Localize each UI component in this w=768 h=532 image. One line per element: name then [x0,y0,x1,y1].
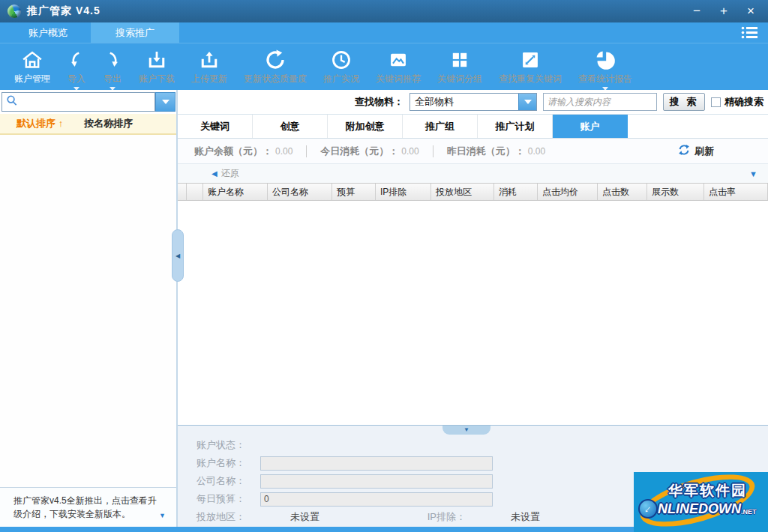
photo-icon [388,48,409,72]
announcement-expand-icon[interactable]: ▼ [159,512,166,519]
window-controls: − + × [687,2,760,20]
keyword-search-input[interactable] [543,93,657,111]
sidebar-search-row [0,90,176,114]
col-impressions[interactable]: 展示数 [647,184,704,200]
toolbar-live-status[interactable]: 推广实况 [315,48,368,91]
yesterday-cost-value: 0.00 [528,146,545,157]
sidebar-search-box [2,92,155,112]
menu-list-icon[interactable] [741,26,758,39]
ip-exclude-value[interactable]: 未设置 [511,510,540,524]
dedupe-icon [520,48,541,72]
toolbar-import[interactable]: 导入 [58,48,94,91]
panel-collapse-handle[interactable]: ▼ [442,426,490,435]
chevron-down-icon [524,100,532,104]
close-button[interactable]: × [741,2,760,20]
exact-search-label: 精确搜索 [724,95,764,109]
account-name-row: 账户名称： [178,454,768,472]
import-arrow-icon [67,48,86,72]
sort-default-button[interactable]: 默认排序 ↑ [16,117,63,130]
select-dropdown-button[interactable] [518,94,536,110]
upload-icon [199,48,220,72]
collapse-left-icon: ◀ [176,253,180,259]
tab-campaigns[interactable]: 推广计划 [478,115,553,138]
find-material-label: 查找物料： [355,95,404,109]
account-status-label: 账户状态： [178,438,245,452]
toolbar-update-quality[interactable]: 更新状态质量度 [236,48,315,91]
sidebar-dropdown-button[interactable] [155,92,176,112]
col-region[interactable]: 投放地区 [431,184,494,200]
tab-extended-creatives[interactable]: 附加创意 [328,115,403,138]
search-button[interactable]: 搜 索 [663,93,705,111]
toolbar-keyword-recommend[interactable]: 关键词推荐 [368,48,429,91]
export-arrow-icon [103,48,122,72]
toolbar-find-duplicates[interactable]: 查找重复关键词 [490,48,570,91]
table-body[interactable] [178,201,768,425]
nav-tab-bar: 账户概览 搜索推广 [0,22,768,43]
sort-bar: 默认排序 ↑ 按名称排序 [0,114,176,135]
tab-account-overview[interactable]: 账户概览 [5,22,91,43]
material-type-select[interactable]: 全部物料 [410,93,537,111]
col-company-name[interactable]: 公司名称 [268,184,332,200]
toolbar-statistics-report[interactable]: 查看统计报告 [570,48,640,91]
tab-creatives[interactable]: 创意 [253,115,328,138]
watermark: 华军软件园 ↓ NLINEDOWN .NET [634,472,768,532]
grid-options-icon[interactable]: ▼ [749,169,758,178]
sidebar: 默认排序 ↑ 按名称排序 推广管家v4.5全新推出，点击查看升级介绍，下载安装全… [0,90,178,527]
chevron-down-icon [162,100,170,104]
watermark-site-name: 华军软件园 [668,481,747,501]
account-list[interactable] [0,135,176,487]
clock-icon [331,48,352,72]
col-avg-cpc[interactable]: 点击均价 [538,184,598,200]
company-name-label: 公司名称： [178,474,245,488]
restore-button[interactable]: ◀ 还原 [212,167,239,180]
grid-icon [450,48,470,72]
region-value[interactable]: 未设置 [290,510,320,524]
region-label: 投放地区： [178,510,245,524]
tab-search-promotion[interactable]: 搜索推广 [91,22,179,43]
sort-by-name-button[interactable]: 按名称排序 [84,117,133,130]
pie-chart-icon [595,48,616,72]
toolbar-keyword-group[interactable]: 关键词分组 [429,48,490,91]
tab-keywords[interactable]: 关键词 [178,115,253,138]
col-clicks[interactable]: 点击数 [598,184,647,200]
toolbar-account-download[interactable]: 账户下载 [130,48,183,91]
window-title: 推广管家 V4.5 [27,4,100,18]
refresh-button[interactable]: 刷新 [678,144,714,159]
account-name-field[interactable] [260,456,493,471]
account-status-row: 账户状态： [178,436,768,454]
maximize-button[interactable]: + [714,2,734,20]
sidebar-search-input[interactable] [18,97,154,107]
minimize-button[interactable]: − [687,2,706,20]
toolbar-upload-update[interactable]: 上传更新 [183,48,236,91]
daily-budget-label: 每日预算： [178,492,245,506]
home-icon [21,48,44,72]
toolbar-account-manage[interactable]: 账户管理 [6,48,58,91]
yesterday-cost-label: 昨日消耗（元）： [447,145,525,158]
table-header: 账户名称 公司名称 预算 IP排除 投放地区 消耗 点击均价 点击数 展示数 点… [178,183,768,201]
company-name-field[interactable] [260,474,493,489]
tab-ad-groups[interactable]: 推广组 [403,115,478,138]
filter-row: 查找物料： 全部物料 搜 索 精确搜索 [178,90,768,114]
col-budget[interactable]: 预算 [332,184,376,200]
watermark-domain-row: ↓ NLINEDOWN .NET [638,499,757,519]
watermark-domain: NLINEDOWN [658,501,741,517]
search-icon [5,94,18,110]
watermark-o-arrow-icon: ↓ [638,499,658,519]
balance-value: 0.00 [275,146,292,157]
announcement-panel: 推广管家v4.5全新推出，点击查看升级介绍，下载安装全新版本。 ▼ [0,487,176,527]
daily-budget-field[interactable] [260,492,493,507]
col-blank-1 [178,184,187,200]
title-bar: 推广管家 V4.5 − + × [0,0,768,22]
announcement-text[interactable]: 推广管家v4.5全新推出，点击查看升级介绍，下载安装全新版本。 [14,494,164,521]
refresh-label: 刷新 [694,145,714,158]
exact-search-checkbox[interactable] [711,97,721,107]
col-ip-exclude[interactable]: IP排除 [376,184,431,200]
col-ctr[interactable]: 点击率 [704,184,768,200]
col-account-name[interactable]: 账户名称 [203,184,268,200]
main-toolbar: 账户管理 导入 导出 [0,43,768,90]
sidebar-collapse-handle[interactable]: ◀ [172,229,184,282]
balance-label: 账户余额（元）： [194,145,272,158]
col-cost[interactable]: 消耗 [494,184,538,200]
tab-accounts[interactable]: 账户 [553,115,628,138]
toolbar-export[interactable]: 导出 [94,48,130,91]
